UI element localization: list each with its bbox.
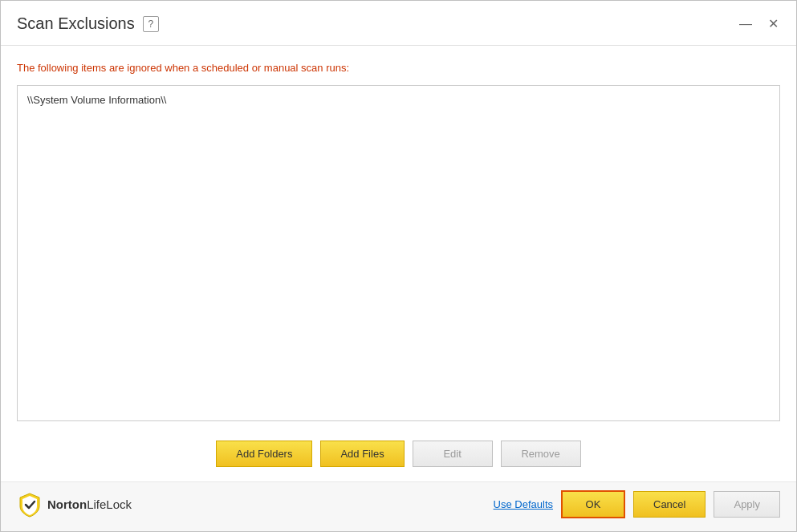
norton-logo: NortonLifeLock: [17, 492, 132, 518]
add-folders-button[interactable]: Add Folders: [216, 441, 312, 467]
ok-button[interactable]: OK: [561, 490, 625, 518]
title-bar-left: Scan Exclusions ?: [17, 14, 159, 33]
close-button[interactable]: ✕: [763, 16, 783, 32]
add-files-button[interactable]: Add Files: [320, 441, 404, 467]
exclusions-list[interactable]: \\System Volume Information\\: [17, 85, 780, 421]
use-defaults-button[interactable]: Use Defaults: [494, 498, 553, 510]
footer: NortonLifeLock Use Defaults OK Cancel Ap…: [1, 481, 796, 531]
minimize-button[interactable]: —: [734, 16, 757, 32]
help-icon[interactable]: ?: [143, 16, 159, 32]
list-item[interactable]: \\System Volume Information\\: [18, 91, 779, 109]
norton-brand-text: NortonLifeLock: [47, 497, 132, 511]
norton-shield-icon: [17, 492, 43, 518]
description-text: The following items are ignored when a s…: [17, 62, 780, 74]
edit-button: Edit: [413, 441, 493, 467]
footer-right: Use Defaults OK Cancel Apply: [494, 490, 780, 518]
footer-left: NortonLifeLock: [17, 492, 132, 518]
title-bar-controls: — ✕: [734, 16, 783, 32]
cancel-button[interactable]: Cancel: [633, 491, 706, 518]
scan-exclusions-dialog: Scan Exclusions ? — ✕ The following item…: [0, 0, 797, 532]
dialog-title: Scan Exclusions: [17, 14, 135, 33]
remove-button: Remove: [501, 441, 581, 467]
title-bar: Scan Exclusions ? — ✕: [1, 1, 796, 46]
action-buttons: Add Folders Add Files Edit Remove: [17, 433, 780, 473]
apply-button: Apply: [714, 491, 780, 518]
dialog-body: The following items are ignored when a s…: [1, 46, 796, 481]
